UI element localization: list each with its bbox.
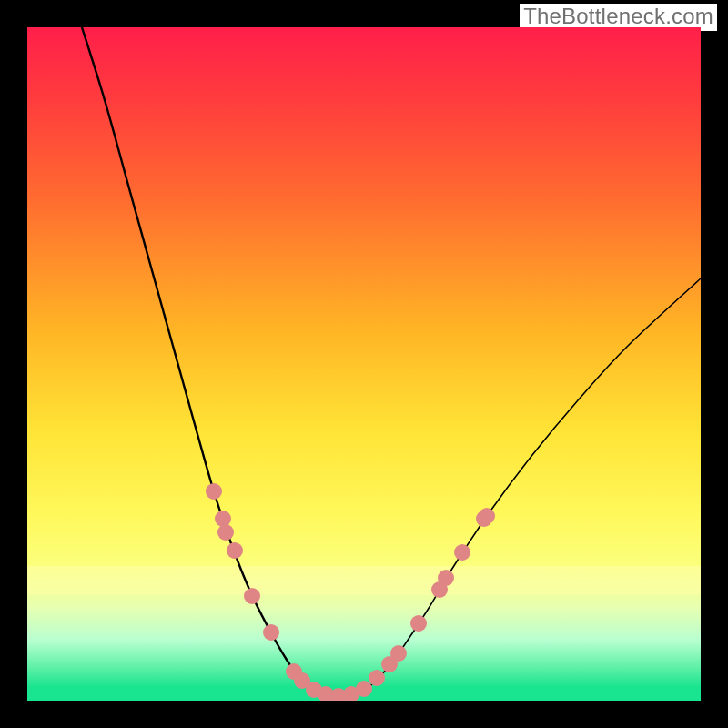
- data-dot: [263, 624, 279, 641]
- data-dot: [454, 544, 470, 561]
- curve-left: [82, 27, 332, 696]
- data-dot: [227, 542, 243, 559]
- data-dot: [438, 570, 454, 586]
- data-dot: [410, 615, 427, 632]
- curve-right: [332, 278, 701, 696]
- data-dot: [215, 511, 231, 527]
- data-dots: [206, 483, 495, 701]
- outer-frame: TheBottleneck.com: [0, 0, 728, 728]
- data-dot: [206, 483, 222, 500]
- data-dot: [356, 681, 372, 697]
- data-dot: [479, 508, 495, 524]
- plot-area: [27, 27, 701, 701]
- data-dot: [369, 670, 385, 686]
- data-dot: [217, 524, 234, 541]
- data-dot: [244, 588, 260, 604]
- chart-svg: [27, 27, 701, 701]
- data-dot: [390, 645, 407, 662]
